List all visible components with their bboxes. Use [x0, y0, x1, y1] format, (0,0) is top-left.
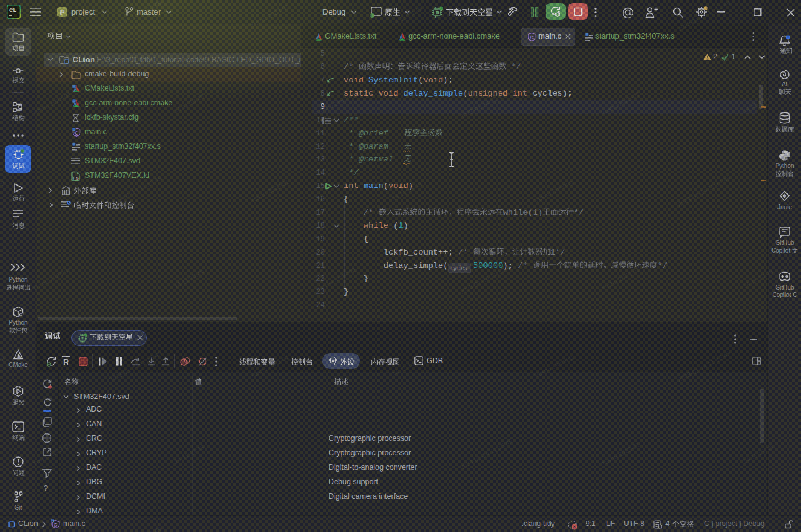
svg-text:CL: CL: [9, 7, 16, 13]
svg-text:C: C: [530, 34, 534, 41]
svg-text:LD: LD: [73, 177, 79, 181]
svg-text:C: C: [54, 522, 57, 528]
